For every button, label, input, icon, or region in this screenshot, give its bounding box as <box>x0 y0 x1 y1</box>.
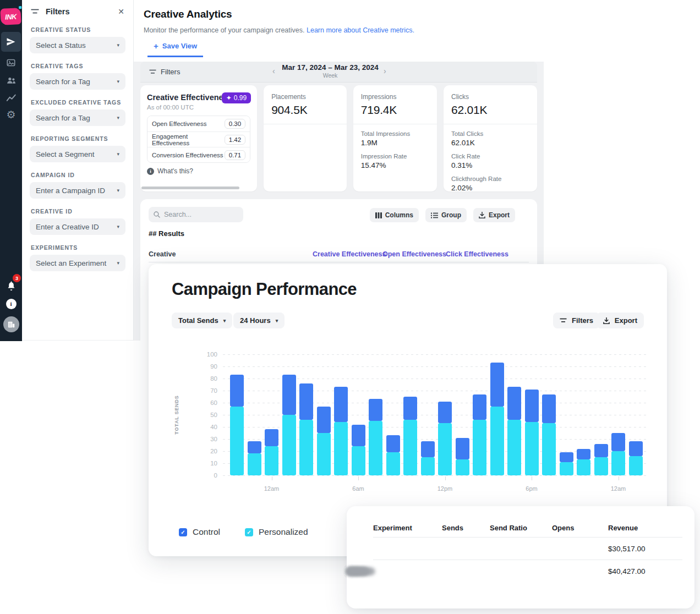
info-button[interactable]: i <box>0 297 22 310</box>
nav-settings-icon[interactable]: ⚙ <box>0 106 22 123</box>
filter-icon <box>560 318 567 323</box>
chart-filters-button[interactable]: Filters <box>553 313 600 328</box>
control-segment <box>473 394 486 420</box>
filter-section: CREATIVE TAGS Search for a Tag ▾ <box>22 63 133 90</box>
metric-dropdown[interactable]: Total Sends ▾ <box>172 313 232 328</box>
legend-checkbox[interactable]: ✓ <box>179 528 187 536</box>
personalized-segment <box>611 451 625 475</box>
whats-this-link[interactable]: i What's this? <box>147 167 250 175</box>
column-click-effectiveness[interactable]: Click Effectiveness <box>446 250 508 258</box>
personalized-segment <box>577 459 590 475</box>
chevron-down-icon: ▾ <box>117 224 119 229</box>
filter-select-campaign-id[interactable]: Enter a Campaign ID ▾ <box>30 182 125 199</box>
toolbar-filters-button[interactable]: Filters <box>149 68 180 76</box>
plus-icon: + <box>154 41 158 51</box>
chevron-down-icon: ▾ <box>117 42 119 48</box>
notifications-button[interactable]: 3 <box>0 278 22 293</box>
personalized-segment <box>473 420 486 475</box>
next-week-chevron[interactable]: › <box>384 67 386 75</box>
campaign-performance-title: Campaign Performance <box>172 279 357 299</box>
effectiveness-row: Conversion Effectiveness 0.71 <box>147 147 250 162</box>
nav-send-icon[interactable] <box>1 32 21 52</box>
columns-button[interactable]: Columns <box>370 208 419 222</box>
nav-audience-icon[interactable] <box>0 72 22 89</box>
filter-select-creative-id[interactable]: Enter a Creative ID ▾ <box>30 218 125 235</box>
control-segment <box>629 441 643 456</box>
date-range-picker[interactable]: Mar 17, 2024 – Mar 23, 2024 Week <box>282 63 379 79</box>
filter-select-creative-status[interactable]: Select a Status ▾ <box>30 37 125 53</box>
column-creative-effectiveness[interactable]: Creative Effectiveness <box>313 250 386 258</box>
personalized-segment <box>594 457 608 475</box>
effectiveness-row-value: 0.30 <box>225 119 245 129</box>
legend-item-personalized[interactable]: ✓ Personalized <box>245 527 308 537</box>
ink-logo[interactable]: INK <box>0 8 21 25</box>
search-input[interactable] <box>164 211 236 218</box>
group-button[interactable]: Group <box>425 208 467 222</box>
horizontal-scrollbar[interactable] <box>141 187 239 189</box>
x-axis-tick-label: 12am <box>611 485 626 492</box>
filter-section-label: REPORTING SEGMENTS <box>31 135 124 142</box>
gear-icon: ⚙ <box>6 109 15 120</box>
interval-dropdown[interactable]: 24 Hours ▾ <box>233 313 285 328</box>
send-icon <box>6 36 17 47</box>
y-axis-tick-label: 50 <box>201 412 217 418</box>
page-subtitle: Monitor the performance of your campaign… <box>144 26 534 34</box>
stacked-bar <box>542 394 556 475</box>
placements-card: Placements 904.5K <box>264 85 347 191</box>
x-axis-tick <box>532 476 532 480</box>
save-view-tab[interactable]: + Save View <box>147 41 203 57</box>
personalized-segment <box>334 422 348 475</box>
x-axis-tick <box>619 476 619 480</box>
export-button[interactable]: Export <box>473 208 515 222</box>
personalized-segment <box>438 423 452 475</box>
chevron-down-icon: ▾ <box>117 188 119 193</box>
stacked-bar <box>525 390 539 475</box>
control-segment <box>282 375 296 415</box>
search-box[interactable] <box>149 207 243 222</box>
prev-week-chevron[interactable]: ‹ <box>272 67 275 75</box>
results-table-header: Creative Creative Effectiveness Open Eff… <box>149 250 529 262</box>
personalized-segment <box>525 422 539 475</box>
stacked-bar <box>456 438 469 475</box>
filter-select-reporting-segments[interactable]: Select a Segment ▾ <box>30 146 125 162</box>
control-segment <box>386 435 400 452</box>
stacked-bar <box>334 387 348 475</box>
legend-item-control[interactable]: ✓ Control <box>179 527 220 537</box>
filter-select-excluded-creative-tags[interactable]: Search for a Tag ▾ <box>30 109 125 126</box>
gridline <box>223 354 647 355</box>
filter-select-creative-tags[interactable]: Search for a Tag ▾ <box>30 73 125 90</box>
stacked-bar <box>473 394 486 475</box>
effectiveness-row-value: 1.42 <box>225 135 245 145</box>
filter-select-experiments[interactable]: Select an Experiment ▾ <box>30 255 125 271</box>
nav-analytics-icon[interactable] <box>0 89 22 107</box>
legend-checkbox[interactable]: ✓ <box>245 528 253 536</box>
learn-more-link[interactable]: Learn more about Creative metrics. <box>307 26 414 34</box>
personalized-segment <box>369 421 382 475</box>
personalized-segment <box>456 459 469 475</box>
metric-card-value: 904.5K <box>271 103 339 117</box>
metric-stat-label: Clickthrough Rate <box>451 176 529 182</box>
metric-card-label: Impressions <box>361 93 429 101</box>
control-segment <box>577 449 590 460</box>
metric-stat: Click Rate 0.31% <box>451 153 529 169</box>
filter-select-placeholder: Search for a Tag <box>36 114 90 122</box>
metric-card-label: Clicks <box>451 93 529 101</box>
nav-creatives-icon[interactable] <box>0 54 22 72</box>
y-axis-tick-label: 30 <box>201 436 217 442</box>
y-axis-tick-label: 70 <box>201 387 217 394</box>
effectiveness-row: Open Effectiveness 0.30 <box>147 116 250 131</box>
x-axis-tick <box>358 476 359 480</box>
redacted-opens-value <box>347 568 373 575</box>
column-open-effectiveness[interactable]: Open Effectiveness <box>382 250 446 258</box>
close-icon[interactable]: ✕ <box>118 7 124 16</box>
y-axis-tick-label: 60 <box>201 399 217 406</box>
chart-filters-label: Filters <box>572 316 593 325</box>
images-icon <box>6 58 16 68</box>
filter-select-placeholder: Enter a Campaign ID <box>36 187 105 195</box>
control-segment <box>456 438 469 460</box>
organization-button[interactable] <box>0 315 22 333</box>
interval-dropdown-value: 24 Hours <box>240 316 271 325</box>
building-icon <box>3 316 19 332</box>
chart-export-button[interactable]: Export <box>597 313 644 328</box>
stacked-bar <box>490 363 504 475</box>
